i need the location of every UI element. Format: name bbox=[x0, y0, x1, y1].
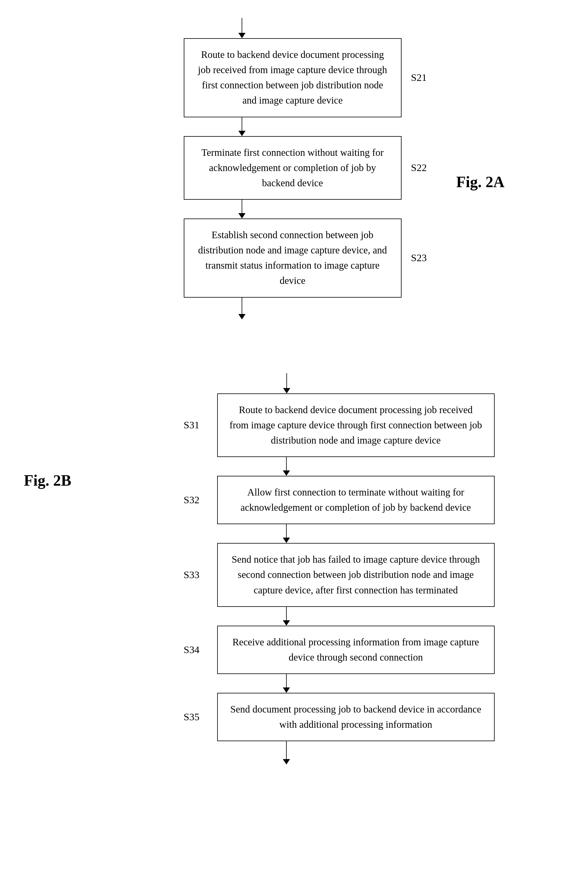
s23-box: Establish second connection between job … bbox=[184, 219, 402, 297]
s32-label: S32 bbox=[184, 494, 208, 506]
s21-box: Route to backend device document process… bbox=[184, 38, 402, 117]
s34-label: S34 bbox=[184, 644, 208, 656]
s32-text: Allow first connection to terminate with… bbox=[240, 487, 471, 513]
connector-arrow-7 bbox=[283, 688, 290, 693]
connector-arrow-1 bbox=[238, 131, 246, 136]
s35-label: S35 bbox=[184, 711, 208, 723]
s33-box: Send notice that job has failed to image… bbox=[217, 543, 495, 607]
s31-label: S31 bbox=[184, 419, 208, 431]
fig2b-top-arrow bbox=[283, 388, 290, 393]
fig2b-section: Fig. 2B S31 Route to backend device docu… bbox=[0, 373, 588, 765]
s34-text: Receive additional processing informatio… bbox=[232, 637, 479, 663]
s22-text: Terminate first connection without waiti… bbox=[201, 147, 384, 188]
connector-arrow-8 bbox=[283, 759, 290, 764]
s31-box: Route to backend device document process… bbox=[217, 393, 495, 457]
connector-arrow-4 bbox=[283, 470, 290, 476]
top-arrow-head bbox=[238, 33, 246, 38]
connector-arrow-3 bbox=[238, 314, 246, 319]
connector-arrow-6 bbox=[283, 620, 290, 626]
s34-box: Receive additional processing informatio… bbox=[217, 626, 495, 674]
s31-text: Route to backend device document process… bbox=[230, 404, 482, 446]
connector-arrow-5 bbox=[283, 538, 290, 543]
top-arrow-line bbox=[242, 18, 242, 33]
page: Fig. 2A Route to backend device document… bbox=[0, 0, 588, 877]
s33-text: Send notice that job has failed to image… bbox=[231, 554, 480, 595]
s35-box: Send document processing job to backend … bbox=[217, 693, 495, 741]
s23-label: S23 bbox=[411, 252, 427, 264]
s22-label: S22 bbox=[411, 162, 427, 173]
connector-arrow-2 bbox=[238, 213, 246, 219]
s32-box: Allow first connection to terminate with… bbox=[217, 476, 495, 524]
s35-text: Send document processing job to backend … bbox=[230, 704, 481, 730]
s22-box: Terminate first connection without waiti… bbox=[184, 136, 402, 200]
s21-text: Route to backend device document process… bbox=[198, 49, 387, 106]
fig2a-label: Fig. 2A bbox=[456, 173, 504, 191]
fig2a-section: Fig. 2A Route to backend device document… bbox=[0, 12, 588, 319]
s23-text: Establish second connection between job … bbox=[198, 230, 387, 286]
s33-label: S33 bbox=[184, 569, 208, 581]
fig2b-label: Fig. 2B bbox=[24, 472, 71, 489]
s21-label: S21 bbox=[411, 72, 427, 83]
